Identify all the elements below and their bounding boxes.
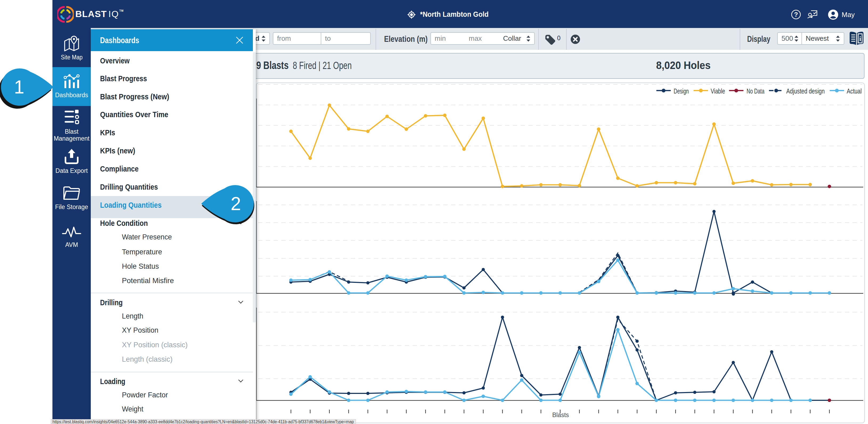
svg-text:?: ? [794,11,798,18]
svg-text:Blasts: Blasts [552,412,569,418]
svg-text:1: 1 [14,77,25,97]
svg-text:2: 2 [231,193,241,214]
